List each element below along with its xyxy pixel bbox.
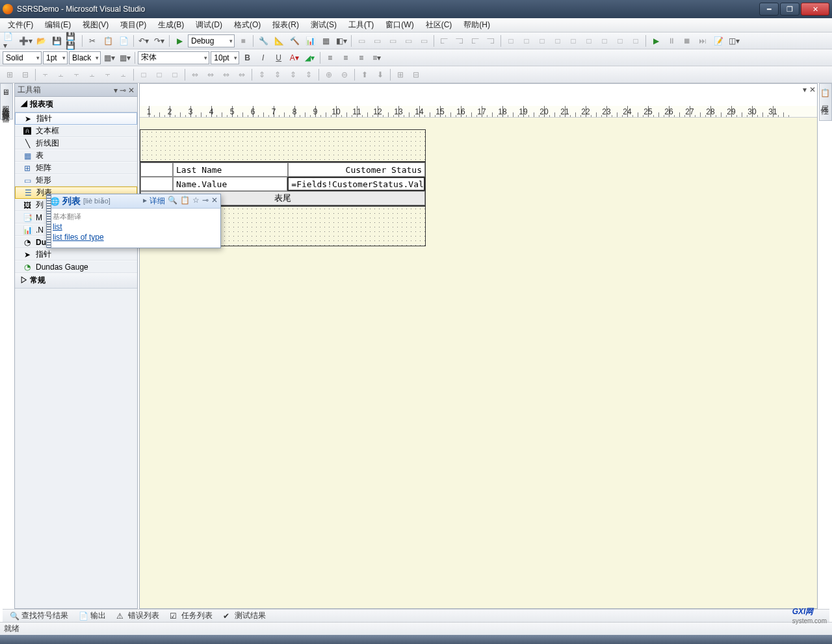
ly-24[interactable]: ⊞ [393, 68, 408, 82]
menu-file[interactable]: 文件(F) [3, 18, 38, 32]
layout-btn-5[interactable]: ▭ [417, 34, 431, 48]
config-combo[interactable]: Debug [188, 34, 235, 47]
ly-3[interactable]: ⫟ [38, 68, 53, 82]
align-center-button[interactable]: ≡ [339, 51, 353, 65]
size-btn-3[interactable]: □ [535, 34, 549, 48]
align-btn-4[interactable]: ⫎ [484, 34, 498, 48]
popup-detail-link[interactable]: 详细 [150, 196, 165, 207]
popup-def-2[interactable]: list files of type [53, 232, 215, 242]
extra-button[interactable]: ◫▾ [727, 34, 741, 48]
ly-12[interactable]: ⇔ [188, 68, 202, 82]
ly-22[interactable]: ⬆ [358, 68, 372, 82]
toolbox-item-textbox[interactable]: 🅰文本框 [15, 125, 137, 137]
toolbox-item-table[interactable]: ▦表 [15, 149, 137, 162]
sidetab-server-explorer[interactable]: 🖥服务器资源管理器 [0, 88, 11, 110]
fill-color-button[interactable]: ◢▾ [303, 51, 317, 65]
font-name-combo[interactable]: 宋体 [138, 51, 209, 64]
start-debug-button[interactable]: ▶ [172, 34, 187, 48]
menu-build[interactable]: 生成(B) [153, 18, 189, 32]
ly-6[interactable]: ⫠ [85, 68, 99, 82]
align-right-button[interactable]: ≡ [354, 51, 369, 65]
minimize-button[interactable]: ━ [759, 3, 779, 16]
size-btn-6[interactable]: □ [582, 34, 596, 48]
tab-test-results[interactable]: ✔测试结果 [218, 608, 270, 623]
stop2-button[interactable]: ⏹ [680, 34, 694, 48]
popup-def-1[interactable]: list [53, 222, 215, 232]
toolbox-section-general[interactable]: ▷ 常规 [15, 273, 137, 289]
border-width-combo[interactable]: 1pt [43, 51, 68, 64]
toolbox-item-pointer2[interactable]: ➤指针 [15, 248, 137, 261]
table-data-name[interactable]: Name.Value [173, 177, 287, 191]
size-btn-8[interactable]: □ [613, 34, 627, 48]
popup-search-icon[interactable]: 🔍 [168, 196, 177, 207]
report-header-band[interactable] [140, 129, 426, 162]
pause-button[interactable]: ⏸ [664, 34, 679, 48]
underline-button[interactable]: U [272, 51, 286, 65]
save-button[interactable]: 💾 [49, 34, 64, 48]
menu-tools[interactable]: 工具(T) [343, 18, 379, 32]
ly-11[interactable]: □ [168, 68, 182, 82]
save-all-button[interactable]: 💾💾 [65, 34, 79, 48]
close-button[interactable]: ✕ [801, 3, 829, 16]
toolbox-section-report-items[interactable]: ◢ 报表项 [15, 97, 137, 112]
size-btn-7[interactable]: □ [597, 34, 612, 48]
ly-23[interactable]: ⬇ [373, 68, 387, 82]
open-button[interactable]: 📂 [34, 34, 48, 48]
designer-dropdown-icon[interactable]: ▾ [803, 85, 807, 94]
ly-10[interactable]: □ [152, 68, 166, 82]
align-btn-1[interactable]: ⫍ [437, 34, 451, 48]
popup-copy-icon[interactable]: 📋 [180, 196, 190, 207]
ly-4[interactable]: ⫠ [54, 68, 68, 82]
step-button[interactable]: ⏭ [696, 34, 710, 48]
toolbox-dropdown-icon[interactable]: ▾ [114, 86, 118, 95]
size-btn-9[interactable]: □ [629, 34, 643, 48]
tab-find-symbol[interactable]: 🔍查找符号结果 [5, 608, 73, 623]
border-dropdown-button[interactable]: ▦▾ [102, 51, 116, 65]
redo-button[interactable]: ↷▾ [152, 34, 166, 48]
ly-15[interactable]: ⇔ [235, 68, 249, 82]
table-data-customerstatus-selected[interactable]: =Fields!CustomerStatus.Value [287, 177, 425, 191]
menu-format[interactable]: 格式(O) [229, 18, 266, 32]
size-btn-2[interactable]: □ [519, 34, 534, 48]
ly-25[interactable]: ⊟ [409, 68, 423, 82]
menu-view[interactable]: 视图(V) [77, 18, 114, 32]
ly-14[interactable]: ⇔ [219, 68, 233, 82]
ly-7[interactable]: ⫟ [101, 68, 115, 82]
size-btn-5[interactable]: □ [566, 34, 580, 48]
toolbox-item-line[interactable]: ╲折线图 [15, 137, 137, 149]
add-item-button[interactable]: ➕▾ [18, 34, 32, 48]
maximize-button[interactable]: ❐ [780, 3, 800, 16]
menu-edit[interactable]: 编辑(E) [40, 18, 76, 32]
undo-button[interactable]: ↶▾ [136, 34, 151, 48]
border-apply-button[interactable]: ▦▾ [118, 51, 132, 65]
layout-btn-2[interactable]: ▭ [370, 34, 384, 48]
size-btn-4[interactable]: □ [551, 34, 565, 48]
menu-project[interactable]: 项目(P) [115, 18, 151, 32]
tb-btn-b[interactable]: 📐 [272, 34, 286, 48]
popup-expand-icon[interactable]: ▸ [143, 196, 147, 207]
size-btn-1[interactable]: □ [504, 34, 518, 48]
italic-button[interactable]: I [256, 51, 270, 65]
new-project-button[interactable]: 📄▾ [3, 34, 17, 48]
font-color-button[interactable]: A▾ [287, 51, 302, 65]
toolbox-item-matrix[interactable]: ⊞矩阵 [15, 162, 137, 174]
menu-report[interactable]: 报表(R) [267, 18, 304, 32]
cut-button[interactable]: ✂ [85, 34, 99, 48]
ly-13[interactable]: ⇔ [203, 68, 218, 82]
ly-21[interactable]: ⊖ [337, 68, 352, 82]
tb-btn-d[interactable]: 📊 [303, 34, 317, 48]
toolbox-close-icon[interactable]: ✕ [128, 86, 135, 95]
table-header-0[interactable] [140, 162, 173, 177]
table-header-customerstatus[interactable]: Customer Status [288, 162, 425, 177]
align-btn-3[interactable]: ⫍ [468, 34, 482, 48]
popup-close-icon[interactable]: ✕ [211, 196, 218, 207]
popup-pin-icon[interactable]: ⊸ [202, 196, 209, 207]
bold-button[interactable]: B [240, 51, 255, 65]
popup-grab-handle[interactable] [46, 194, 51, 248]
popup-star-icon[interactable]: ☆ [192, 196, 200, 207]
table-header-lastname[interactable]: Last Name [173, 162, 288, 177]
properties-button[interactable]: 📝 [711, 34, 725, 48]
ly-20[interactable]: ⊕ [322, 68, 336, 82]
toolbox-item-pointer[interactable]: ➤指针 [15, 112, 137, 125]
menu-community[interactable]: 社区(C) [421, 18, 458, 32]
